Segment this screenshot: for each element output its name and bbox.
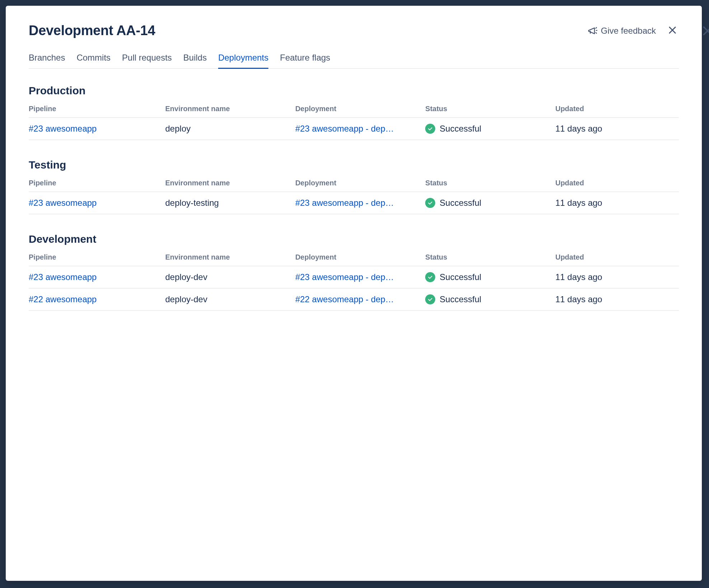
pipeline-link[interactable]: #23 awesomeapp xyxy=(29,124,97,133)
pipeline-link[interactable]: #23 awesomeapp xyxy=(29,198,97,208)
environment-cell: deploy-dev xyxy=(165,266,295,288)
tab-deployments[interactable]: Deployments xyxy=(218,53,268,69)
header-actions: Give feedback xyxy=(587,24,679,38)
table-row: #22 awesomeapp deploy-dev #22 awesomeapp… xyxy=(29,288,679,310)
col-header-updated: Updated xyxy=(555,175,679,192)
status-cell: Successful xyxy=(425,272,552,282)
col-header-environment: Environment name xyxy=(165,101,295,118)
col-header-deployment: Deployment xyxy=(295,101,425,118)
col-header-updated: Updated xyxy=(555,101,679,118)
status-text: Successful xyxy=(440,294,481,304)
col-header-status: Status xyxy=(425,175,555,192)
close-icon xyxy=(667,25,677,36)
section-testing: Testing Pipeline Environment name Deploy… xyxy=(29,159,679,214)
environment-cell: deploy-testing xyxy=(165,192,295,214)
table-header-row: Pipeline Environment name Deployment Sta… xyxy=(29,101,679,118)
give-feedback-label: Give feedback xyxy=(601,26,656,36)
status-text: Successful xyxy=(440,272,481,282)
success-icon xyxy=(425,124,435,134)
environment-cell: deploy xyxy=(165,118,295,140)
col-header-pipeline: Pipeline xyxy=(29,101,165,118)
table-row: #23 awesomeapp deploy-testing #23 awesom… xyxy=(29,192,679,214)
close-modal-button[interactable] xyxy=(666,24,679,38)
tab-builds[interactable]: Builds xyxy=(183,53,207,69)
section-title: Development xyxy=(29,233,679,245)
give-feedback-link[interactable]: Give feedback xyxy=(587,26,656,36)
deployment-link[interactable]: #23 awesomeapp - dep… xyxy=(295,272,394,282)
deployment-link[interactable]: #23 awesomeapp - dep… xyxy=(295,124,394,133)
table-header-row: Pipeline Environment name Deployment Sta… xyxy=(29,175,679,192)
deployments-table: Pipeline Environment name Deployment Sta… xyxy=(29,101,679,140)
pipeline-link[interactable]: #23 awesomeapp xyxy=(29,272,97,282)
dev-panel-tabs: Branches Commits Pull requests Builds De… xyxy=(29,53,679,69)
col-header-environment: Environment name xyxy=(165,250,295,266)
updated-cell: 11 days ago xyxy=(555,266,679,288)
updated-cell: 11 days ago xyxy=(555,192,679,214)
col-header-updated: Updated xyxy=(555,250,679,266)
success-icon xyxy=(425,272,435,282)
backdrop-close-icon[interactable] xyxy=(701,24,709,37)
deployments-table: Pipeline Environment name Deployment Sta… xyxy=(29,250,679,311)
status-cell: Successful xyxy=(425,124,552,134)
deployment-link[interactable]: #23 awesomeapp - dep… xyxy=(295,198,394,208)
deployments-table: Pipeline Environment name Deployment Sta… xyxy=(29,175,679,214)
modal-header: Development AA-14 Give feedback xyxy=(29,23,679,38)
status-cell: Successful xyxy=(425,198,552,208)
col-header-environment: Environment name xyxy=(165,175,295,192)
col-header-deployment: Deployment xyxy=(295,175,425,192)
section-title: Production xyxy=(29,85,679,97)
megaphone-icon xyxy=(587,26,597,36)
col-header-status: Status xyxy=(425,101,555,118)
table-row: #23 awesomeapp deploy #23 awesomeapp - d… xyxy=(29,118,679,140)
table-row: #23 awesomeapp deploy-dev #23 awesomeapp… xyxy=(29,266,679,288)
section-title: Testing xyxy=(29,159,679,171)
environment-cell: deploy-dev xyxy=(165,288,295,310)
modal-title: Development AA-14 xyxy=(29,23,155,38)
status-cell: Successful xyxy=(425,294,552,304)
section-development: Development Pipeline Environment name De… xyxy=(29,233,679,311)
tab-branches[interactable]: Branches xyxy=(29,53,65,69)
col-header-status: Status xyxy=(425,250,555,266)
status-text: Successful xyxy=(440,124,481,134)
section-production: Production Pipeline Environment name Dep… xyxy=(29,85,679,140)
success-icon xyxy=(425,198,435,208)
updated-cell: 11 days ago xyxy=(555,288,679,310)
tab-commits[interactable]: Commits xyxy=(76,53,111,69)
success-icon xyxy=(425,294,435,304)
col-header-pipeline: Pipeline xyxy=(29,250,165,266)
updated-cell: 11 days ago xyxy=(555,118,679,140)
table-header-row: Pipeline Environment name Deployment Sta… xyxy=(29,250,679,266)
col-header-pipeline: Pipeline xyxy=(29,175,165,192)
deployment-link[interactable]: #22 awesomeapp - dep… xyxy=(295,294,394,304)
tab-feature-flags[interactable]: Feature flags xyxy=(280,53,330,69)
tab-pull-requests[interactable]: Pull requests xyxy=(122,53,172,69)
status-text: Successful xyxy=(440,198,481,208)
col-header-deployment: Deployment xyxy=(295,250,425,266)
development-modal: Development AA-14 Give feedback xyxy=(6,6,702,581)
pipeline-link[interactable]: #22 awesomeapp xyxy=(29,294,97,304)
